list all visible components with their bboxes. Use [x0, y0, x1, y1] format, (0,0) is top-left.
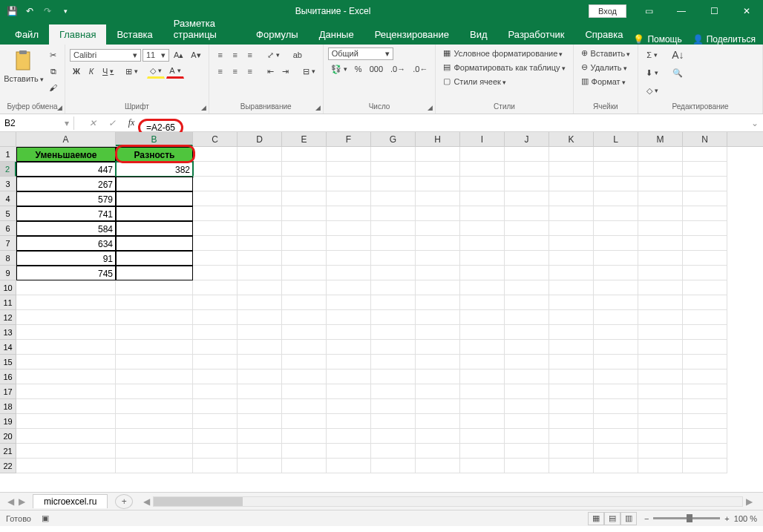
cell[interactable]: [416, 370, 460, 384]
cell[interactable]: [460, 399, 505, 414]
cell[interactable]: 91: [16, 251, 116, 266]
cell[interactable]: [683, 236, 727, 251]
cell[interactable]: [638, 340, 683, 355]
cell[interactable]: [238, 355, 282, 370]
expand-formula-bar-icon[interactable]: ⌄: [747, 118, 763, 128]
cell[interactable]: [238, 280, 282, 295]
cell[interactable]: [371, 221, 416, 236]
qat-customize-icon[interactable]: ▾: [59, 5, 71, 17]
row-header[interactable]: 13: [0, 325, 16, 340]
cell[interactable]: [238, 429, 282, 444]
borders-icon[interactable]: ⊞: [122, 64, 141, 79]
cell[interactable]: [327, 370, 371, 384]
cell[interactable]: [238, 295, 282, 310]
cell[interactable]: [594, 251, 638, 266]
cell[interactable]: [282, 444, 327, 459]
row-header[interactable]: 7: [0, 236, 16, 251]
column-header[interactable]: M: [638, 132, 683, 146]
cell[interactable]: [327, 429, 371, 444]
cell[interactable]: [327, 221, 371, 236]
cell[interactable]: [282, 251, 327, 266]
tab-view[interactable]: Вид: [459, 24, 498, 45]
cell[interactable]: [327, 206, 371, 221]
cell[interactable]: [549, 429, 594, 444]
cell[interactable]: [193, 325, 238, 340]
cell[interactable]: [16, 340, 116, 355]
cell[interactable]: 741: [16, 206, 116, 221]
cell[interactable]: [116, 429, 193, 444]
cell[interactable]: [638, 325, 683, 340]
cell[interactable]: [282, 325, 327, 340]
cell[interactable]: [371, 206, 416, 221]
cell[interactable]: [282, 459, 327, 473]
cell[interactable]: [238, 147, 282, 162]
cell[interactable]: [16, 280, 116, 295]
cell[interactable]: [116, 310, 193, 325]
cell[interactable]: [460, 325, 505, 340]
cell[interactable]: [371, 162, 416, 177]
cell[interactable]: [116, 325, 193, 340]
cell[interactable]: [549, 266, 594, 280]
cell[interactable]: [116, 206, 193, 221]
format-cells-button[interactable]: ▥Формат: [578, 76, 634, 87]
cell[interactable]: [371, 429, 416, 444]
cell[interactable]: [327, 444, 371, 459]
copy-icon[interactable]: ⧉: [46, 64, 60, 79]
cell[interactable]: [594, 459, 638, 473]
cell[interactable]: [282, 355, 327, 370]
cell[interactable]: [594, 414, 638, 429]
cell[interactable]: [594, 429, 638, 444]
cell[interactable]: [505, 162, 549, 177]
cell[interactable]: [460, 414, 505, 429]
cell[interactable]: [505, 177, 549, 191]
cell[interactable]: [505, 280, 549, 295]
cell[interactable]: [193, 310, 238, 325]
sheet-tab[interactable]: microexcel.ru: [33, 494, 108, 508]
cell[interactable]: [238, 221, 282, 236]
cell[interactable]: [371, 310, 416, 325]
cell[interactable]: [416, 162, 460, 177]
italic-button[interactable]: К: [85, 64, 98, 79]
font-name-select[interactable]: Calibri▾: [70, 49, 141, 62]
cell[interactable]: [416, 147, 460, 162]
cell[interactable]: [116, 191, 193, 206]
cell[interactable]: [282, 280, 327, 295]
cell[interactable]: [327, 162, 371, 177]
cell[interactable]: [549, 370, 594, 384]
cell[interactable]: [460, 429, 505, 444]
cell[interactable]: [594, 340, 638, 355]
cell[interactable]: [549, 340, 594, 355]
cell[interactable]: [238, 251, 282, 266]
cell[interactable]: [193, 147, 238, 162]
row-header[interactable]: 2: [0, 162, 16, 177]
cell[interactable]: [460, 384, 505, 399]
font-color-icon[interactable]: A: [166, 64, 183, 79]
cell[interactable]: [505, 147, 549, 162]
cell[interactable]: [683, 399, 727, 414]
cell[interactable]: [594, 177, 638, 191]
cell[interactable]: [549, 310, 594, 325]
cell[interactable]: [549, 384, 594, 399]
cell[interactable]: [416, 429, 460, 444]
cell[interactable]: [638, 221, 683, 236]
clipboard-launcher-icon[interactable]: ◢: [57, 104, 62, 111]
cell[interactable]: [416, 221, 460, 236]
cell[interactable]: [594, 310, 638, 325]
cell[interactable]: [416, 280, 460, 295]
font-size-select[interactable]: 11▾: [143, 49, 169, 62]
cell[interactable]: [683, 310, 727, 325]
cell[interactable]: [505, 340, 549, 355]
accounting-format-icon[interactable]: 💱: [328, 62, 350, 76]
cell[interactable]: [193, 355, 238, 370]
cell[interactable]: [549, 162, 594, 177]
cell[interactable]: [116, 459, 193, 473]
number-launcher-icon[interactable]: ◢: [428, 104, 433, 111]
row-header[interactable]: 4: [0, 191, 16, 206]
column-header[interactable]: C: [193, 132, 238, 146]
cell[interactable]: [327, 384, 371, 399]
cell[interactable]: [371, 266, 416, 280]
cell[interactable]: [683, 147, 727, 162]
cell[interactable]: [238, 325, 282, 340]
cell[interactable]: [327, 295, 371, 310]
cell[interactable]: [327, 251, 371, 266]
